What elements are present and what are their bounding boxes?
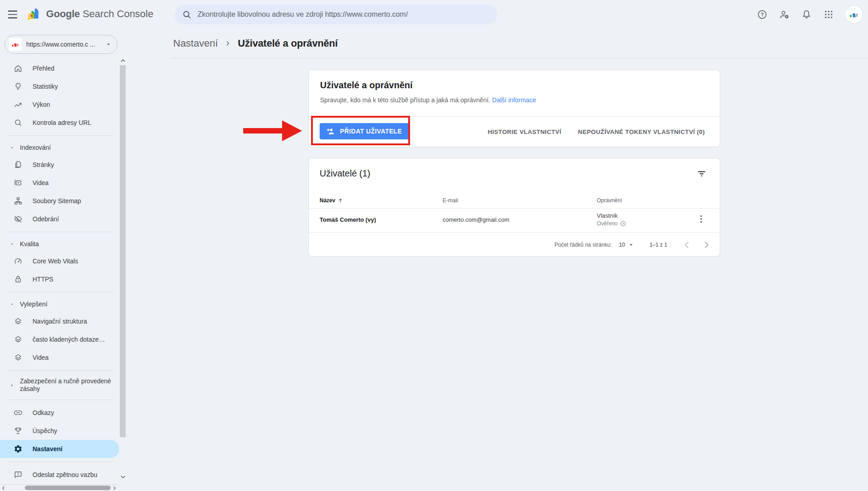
- page-title: Uživatelé a oprávnění: [238, 38, 338, 49]
- sidebar-section-kvalita[interactable]: Kvalita: [0, 236, 119, 252]
- column-header-name[interactable]: Název: [320, 197, 344, 204]
- user-name: Tomáš Comerto (vy): [320, 216, 376, 223]
- row-overflow-menu-icon[interactable]: [696, 214, 707, 224]
- tab-ownership-history[interactable]: HISTORIE VLASTNICTVÍ: [488, 129, 561, 135]
- next-page-icon[interactable]: [701, 239, 712, 251]
- sidebar-item-vykon[interactable]: Výkon: [0, 95, 119, 114]
- sidebar-item-label: Přehled: [33, 65, 54, 72]
- column-header-permission[interactable]: Oprávnění: [597, 197, 622, 204]
- lock-icon: [14, 275, 23, 284]
- lightbulb-icon: [14, 82, 23, 91]
- sidebar-nav: PřehledStatistikyVýkonKontrola adresy UR…: [0, 59, 119, 484]
- sidebar-item-label: Odebrání: [33, 215, 59, 223]
- sidebar-item-core-web-vitals[interactable]: Core Web Vitals: [0, 252, 119, 270]
- link-icon: [14, 408, 23, 417]
- help-icon[interactable]: ?: [757, 9, 768, 20]
- user-verified-status: Ověřeno ?: [597, 220, 626, 227]
- url-inspection-search[interactable]: [175, 5, 497, 24]
- sidebar-item-statistiky[interactable]: Statistiky: [0, 77, 119, 95]
- sidebar-item-odebrani[interactable]: Odebrání: [0, 210, 119, 228]
- user-permission: Vlastník: [597, 212, 618, 219]
- trophy-icon: [14, 426, 23, 435]
- search-icon: [14, 118, 23, 127]
- rows-per-page-select[interactable]: 10: [619, 241, 635, 249]
- horizontal-scroll-thumb[interactable]: [25, 486, 111, 490]
- column-header-email[interactable]: E-mail: [443, 197, 458, 204]
- search-input[interactable]: [198, 10, 490, 19]
- header-actions: ?: [757, 0, 863, 29]
- sidebar-item-label: Výkon: [33, 101, 50, 108]
- table-pagination: Počet řádků na stránku: 10 1–1 z 1: [309, 233, 720, 257]
- manage-accounts-icon[interactable]: [779, 9, 790, 20]
- add-user-button[interactable]: PŘIDAT UŽIVATELE: [320, 123, 409, 139]
- pages-icon: [14, 160, 23, 169]
- sidebar-item-videa[interactable]: Videa: [0, 348, 119, 367]
- sidebar-item-label: Stránky: [33, 161, 54, 168]
- breadcrumb-settings-link[interactable]: Nastavení: [173, 38, 218, 49]
- person-add-icon: [326, 126, 335, 136]
- svg-text:?: ?: [761, 12, 764, 17]
- sidebar-horizontal-scrollbar[interactable]: [0, 484, 118, 491]
- sidebar-section-indexovani[interactable]: Indexování: [0, 139, 119, 156]
- sidebar-item-https[interactable]: HTTPS: [0, 270, 119, 288]
- sidebar-section-vylepseni[interactable]: Vylepšení: [0, 296, 119, 312]
- sidebar-item-prehled[interactable]: Přehled: [0, 59, 119, 77]
- sidebar-item-casto-kladenych-dotaze[interactable]: často kladených dotaze…: [0, 330, 119, 348]
- sidebar-section-zabezpeceni-a-rucne-provedene-zasahy[interactable]: Zabezpečení a ručně provedené zásahy: [0, 374, 119, 396]
- notifications-icon[interactable]: [801, 9, 812, 20]
- sidebar-item-label: Videa: [33, 179, 49, 186]
- permissions-card-title: Uživatelé a oprávnění: [320, 80, 413, 91]
- sidebar-item-stranky[interactable]: Stránky: [0, 156, 119, 174]
- tab-unused-tokens[interactable]: NEPOUŽÍVANÉ TOKENY VLASTNICTVÍ (0): [578, 129, 705, 135]
- speed-icon: [14, 257, 23, 266]
- breadcrumb-separator-icon: [223, 39, 232, 48]
- scrollbar-left-icon[interactable]: [0, 485, 6, 491]
- sidebar-item-videa[interactable]: Videa: [0, 174, 119, 192]
- sidebar-item-uspechy[interactable]: Úspěchy: [0, 422, 119, 440]
- verified-label: Ověřeno: [597, 220, 618, 227]
- eye-off-icon: [14, 215, 23, 224]
- breadcrumb: Nastavení Uživatelé a oprávnění: [173, 38, 338, 49]
- scrollbar-down-icon[interactable]: [119, 473, 127, 481]
- ownership-tabs: HISTORIE VLASTNICTVÍ NEPOUŽÍVANÉ TOKENY …: [488, 116, 705, 148]
- sidebar-item-navigacni-struktura[interactable]: Navigační struktura: [0, 312, 119, 330]
- sidebar-item-kontrola-adresy-url[interactable]: Kontrola adresy URL: [0, 114, 119, 132]
- property-selector[interactable]: https://www.comerto.c ...: [5, 35, 118, 54]
- previous-page-icon[interactable]: [681, 239, 693, 251]
- column-name-label: Název: [320, 197, 335, 204]
- filter-icon[interactable]: [696, 168, 707, 179]
- scrollbar-right-icon[interactable]: [112, 485, 118, 491]
- sidebar-item-label: často kladených dotaze…: [33, 336, 105, 343]
- sidebar-item-label: Nastavení: [33, 445, 62, 453]
- account-avatar[interactable]: [845, 6, 863, 23]
- sidebar-item-odeslat-zpetnou-vazbu[interactable]: Odeslat zpětnou vazbu: [0, 466, 119, 484]
- rows-per-page-label: Počet řádků na stránku:: [555, 242, 612, 248]
- svg-text:?: ?: [622, 222, 624, 226]
- user-email: comerto.com@gmail.com: [443, 216, 509, 223]
- chevron-down-icon: [104, 40, 113, 48]
- add-user-button-label: PŘIDAT UŽIVATELE: [340, 128, 402, 135]
- sidebar-divider: [8, 292, 113, 292]
- learn-more-link[interactable]: Další informace: [492, 96, 536, 104]
- comerto-logo-icon: [849, 9, 859, 20]
- sidebar-item-nastaveni[interactable]: Nastavení: [0, 440, 119, 458]
- help-circle-icon[interactable]: ?: [620, 220, 626, 227]
- hamburger-menu-icon[interactable]: [7, 9, 18, 20]
- sidebar-item-label: Navigační struktura: [33, 318, 87, 325]
- sidebar-vertical-scrollbar[interactable]: [120, 65, 126, 437]
- sidebar-divider: [8, 400, 113, 400]
- sidebar-divider: [8, 370, 113, 371]
- sidebar-item-label: Odkazy: [33, 409, 54, 416]
- sidebar-divider: [8, 462, 113, 462]
- annotation-arrow: [243, 119, 303, 142]
- video-icon: [14, 178, 23, 187]
- sidebar-item-label: Soubory Sitemap: [33, 197, 81, 205]
- sidebar-item-soubory-sitemap[interactable]: Soubory Sitemap: [0, 192, 119, 210]
- layers-icon: [14, 353, 23, 362]
- sidebar-item-odkazy[interactable]: Odkazy: [0, 404, 119, 422]
- sidebar-item-label: Core Web Vitals: [33, 257, 78, 265]
- scrollbar-up-icon[interactable]: [119, 57, 127, 64]
- layers-icon: [14, 317, 23, 326]
- users-card: Uživatelé (1) Název E-mail Oprávnění Tom…: [308, 158, 720, 257]
- apps-grid-icon[interactable]: [823, 9, 834, 20]
